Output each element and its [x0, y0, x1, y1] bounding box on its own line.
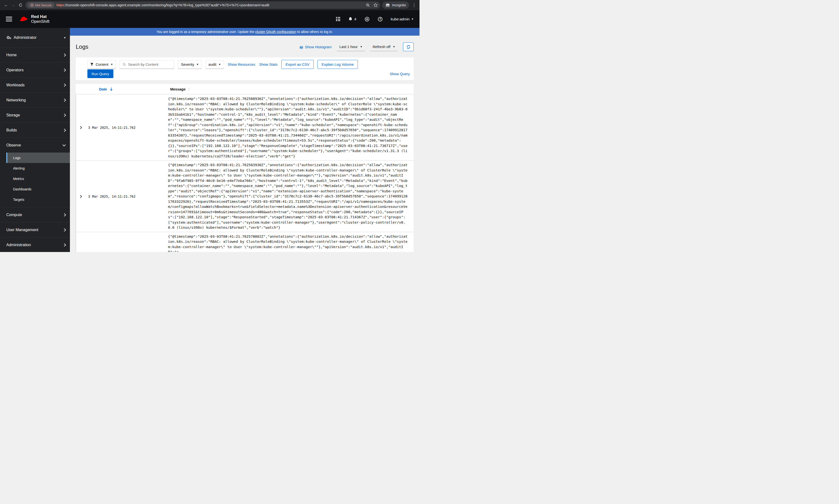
temporary-admin-banner: You are logged in as a temporary adminis… [70, 28, 420, 36]
show-histogram-button[interactable]: Show Histogram [299, 45, 331, 49]
app-launcher-icon[interactable] [336, 17, 340, 21]
sidebar-item-label: User Management [6, 228, 38, 232]
log-message: {"@timestamp":"2025-03-03T08:41:21.76258… [168, 96, 407, 159]
sidebar-item-observe[interactable]: Observe [0, 138, 70, 152]
zoom-icon[interactable] [366, 3, 370, 7]
chevron-right-icon [64, 68, 66, 72]
sidebar-item-workloads[interactable]: Workloads [0, 77, 70, 92]
bookmark-star-icon[interactable] [373, 3, 378, 7]
not-secure-label: Not Secure [35, 3, 52, 7]
svg-text:?: ? [379, 17, 381, 21]
sidebar-item-label: Compute [6, 213, 22, 217]
back-icon[interactable]: ← [2, 1, 10, 9]
log-message: {"@timestamp":"2025-03-03T08:41:21.76258… [168, 162, 407, 230]
sidebar-item-builds[interactable]: Builds [0, 123, 70, 138]
incognito-icon [385, 3, 390, 7]
refresh-button[interactable] [403, 42, 414, 51]
notification-count: 4 [354, 17, 356, 21]
sidebar-item-operators[interactable]: Operators [0, 62, 70, 77]
expand-chevron-icon[interactable] [80, 126, 88, 129]
perspective-label: Administrator [14, 35, 36, 40]
brand-logo[interactable]: Red Hat OpenShift [18, 14, 50, 23]
time-range-select[interactable]: Last 1 hour ▼ [337, 42, 365, 51]
oauth-configuration-link[interactable]: cluster OAuth configuration [255, 30, 296, 34]
sidebar-item-label: Operators [6, 68, 23, 72]
help-icon[interactable]: ? [378, 17, 382, 22]
tenant-value: audit [208, 62, 217, 67]
message-column-header[interactable]: Message [168, 87, 410, 91]
sidebar-item-administration[interactable]: Administration [0, 237, 70, 252]
notifications-button[interactable]: 4 [348, 17, 356, 21]
brand-top: Red Hat [31, 14, 50, 19]
refresh-interval-select[interactable]: Refresh off ▼ [370, 42, 398, 51]
show-resources-link[interactable]: Show Resources [228, 62, 255, 67]
reload-icon[interactable] [17, 1, 24, 9]
forward-icon[interactable]: → [10, 1, 17, 9]
sidebar-item-home[interactable]: Home [0, 47, 70, 62]
time-range-value: Last 1 hour [339, 44, 358, 49]
table-header: Date Message [76, 84, 414, 94]
caret-down-icon: ▼ [64, 36, 66, 39]
url-rest: ://console-openshift-console.apps.agent.… [64, 3, 269, 7]
incognito-badge: Incognito [382, 1, 409, 9]
export-csv-button[interactable]: Export as CSV [281, 60, 313, 69]
caret-down-icon: ▼ [393, 46, 395, 48]
tenant-select[interactable]: audit ▼ [206, 60, 224, 69]
sidebar-item-user-management[interactable]: User Management [0, 222, 70, 237]
run-query-button[interactable]: Run Query [87, 69, 113, 78]
sidebar-nav: ⚙⚙ Administrator ▼ Home Operators Worklo… [0, 28, 70, 252]
show-query-link[interactable]: Show Query [390, 72, 410, 76]
severity-select[interactable]: Severity ▼ [178, 60, 202, 69]
warning-x-icon [30, 3, 34, 7]
caret-down-icon: ▼ [360, 46, 362, 48]
page-title: Logs [76, 43, 88, 50]
sidebar-item-label: Builds [6, 128, 17, 132]
sidebar-item-logs[interactable]: Logs [6, 152, 70, 163]
bell-icon [348, 17, 353, 21]
observe-submenu: Logs Alerting Metrics Dashboards Targets [6, 152, 70, 205]
sidebar-item-label: Alerting [13, 166, 24, 170]
sidebar-item-label: Networking [6, 98, 26, 102]
banner-text: to allow others to log in. [296, 30, 333, 34]
masthead: Red Hat OpenShift 4 ? kube:admin ▼ [0, 10, 420, 28]
log-row: 3 Mar 2025, 14:11:21.762 {"@timestamp":"… [76, 94, 414, 160]
chevron-right-icon [64, 213, 66, 217]
expand-chevron-icon[interactable] [80, 195, 88, 198]
sidebar-item-alerting[interactable]: Alerting [6, 163, 70, 174]
caret-down-icon: ▼ [219, 63, 221, 66]
log-row: {"@timestamp":"2025-03-03T08:41:21.76257… [76, 232, 414, 252]
show-histogram-label: Show Histogram [305, 45, 331, 49]
user-name: kube:admin [391, 17, 410, 21]
message-header-label: Message [170, 87, 186, 91]
chevron-right-icon [64, 53, 66, 57]
user-menu[interactable]: kube:admin ▼ [391, 17, 414, 21]
sidebar-item-targets[interactable]: Targets [6, 194, 70, 205]
sidebar-item-label: Observe [6, 143, 21, 147]
sort-desc-icon [110, 87, 113, 91]
attribute-filter-select[interactable]: Content ▼ [87, 60, 116, 69]
sidebar-item-dashboards[interactable]: Dashboards [6, 184, 70, 194]
sidebar-item-label: Storage [6, 113, 20, 118]
not-secure-badge[interactable]: Not Secure [28, 2, 54, 8]
date-column-header[interactable]: Date [88, 87, 168, 91]
sidebar-item-networking[interactable]: Networking [0, 92, 70, 107]
sidebar-item-storage[interactable]: Storage [0, 107, 70, 123]
date-header-label: Date [99, 87, 107, 91]
perspective-switcher[interactable]: ⚙⚙ Administrator ▼ [0, 28, 70, 47]
browser-menu-icon[interactable]: ⋮ [412, 3, 416, 8]
sidebar-item-label: Administration [6, 243, 31, 247]
sync-icon [406, 45, 411, 49]
chevron-right-icon [64, 83, 66, 87]
explain-log-volume-button[interactable]: Explain Log Volume [318, 60, 358, 69]
show-stats-link[interactable]: Show Stats [259, 62, 277, 67]
hamburger-menu-icon[interactable] [6, 17, 12, 21]
sidebar-item-label: Home [6, 53, 17, 57]
add-icon[interactable] [365, 17, 370, 22]
sidebar-item-label: Workloads [6, 83, 24, 87]
severity-value: Severity [181, 62, 194, 67]
search-input[interactable] [128, 62, 171, 67]
chevron-down-icon [62, 144, 66, 146]
address-bar[interactable]: Not Secure https://console-openshift-con… [25, 1, 380, 9]
sidebar-item-compute[interactable]: Compute [0, 207, 70, 222]
sidebar-item-metrics[interactable]: Metrics [6, 174, 70, 184]
